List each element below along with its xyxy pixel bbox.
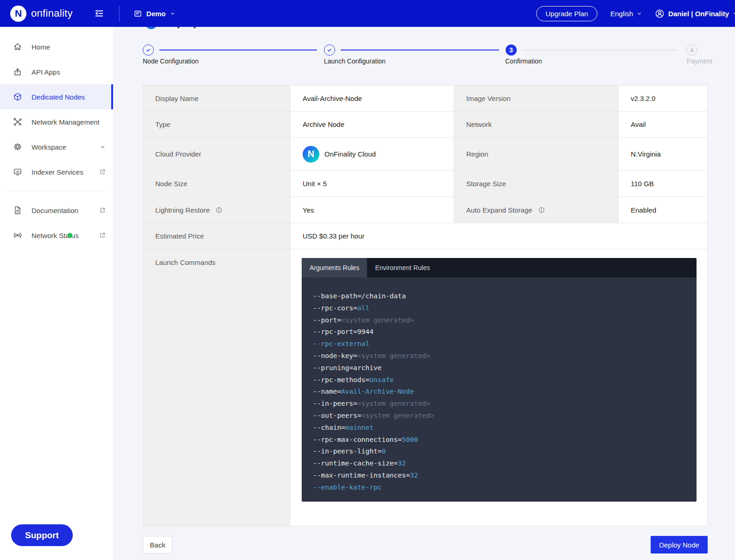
- support-button[interactable]: Support: [11, 524, 73, 546]
- network-icon: [13, 117, 22, 126]
- sidebar-item-network-management[interactable]: Network Management: [0, 109, 113, 134]
- chevron-down-icon: [170, 11, 175, 16]
- sidebar-collapse-icon[interactable]: [94, 8, 104, 19]
- step-2-label: Launch Configuration: [324, 57, 386, 65]
- main-content: Node Configuration Launch Configuration …: [114, 27, 735, 560]
- step-4-label: Payment: [687, 57, 712, 65]
- summary-label-type: Type: [143, 112, 291, 138]
- user-menu[interactable]: Daniel | OnFinality: [655, 9, 735, 19]
- header-divider: [119, 6, 120, 21]
- summary-label-storage-size: Storage Size: [454, 171, 619, 197]
- sidebar-item-label: Network Status: [32, 232, 99, 239]
- summary-value-region: N.Virginia: [619, 138, 707, 171]
- external-link-icon: [99, 169, 106, 175]
- step-connector: [341, 50, 499, 50]
- indexer-icon: [13, 167, 22, 176]
- summary-label-network: Network: [454, 112, 619, 138]
- home-icon: [13, 42, 22, 51]
- sidebar-item-label: Workspace: [32, 143, 100, 151]
- workspace-switcher-icon: [133, 9, 142, 18]
- step-1-label: Node Configuration: [143, 57, 199, 65]
- onfinality-logo-icon: N: [10, 6, 26, 22]
- summary-label-image-version: Image Version: [454, 86, 619, 112]
- tab-environment-rules[interactable]: Environment Rules: [367, 258, 437, 277]
- back-button[interactable]: Back: [143, 536, 172, 554]
- cube-icon: [13, 92, 22, 101]
- info-icon[interactable]: [215, 207, 222, 214]
- summary-value-lightning-restore: Yes: [291, 197, 454, 223]
- page-title-text-clipped: [194, 27, 196, 28]
- upgrade-plan-button[interactable]: Upgrade Plan: [536, 6, 597, 21]
- sidebar-item-label: Dedicated Nodes: [32, 93, 106, 101]
- launch-commands-tabs: Arguments Rules Environment Rules: [302, 258, 697, 277]
- code-lines: --base-path=/chain-data--rpc-cors=all--p…: [302, 277, 697, 502]
- page-title-text-clipped: [177, 27, 179, 28]
- summary-value-display-name: Avail-Archive-Node: [291, 86, 454, 112]
- sidebar: Home API Apps Dedicated Nodes Network Ma…: [0, 27, 114, 560]
- summary-value-storage-size: 110 GB: [619, 171, 707, 197]
- tab-arguments-rules[interactable]: Arguments Rules: [302, 258, 367, 277]
- sidebar-item-label: Indexer Services: [32, 168, 99, 176]
- summary-label-estimated-price: Estimated Price: [143, 223, 291, 249]
- user-menu-label: Daniel | OnFinality: [668, 10, 729, 18]
- step-1-check-icon[interactable]: [143, 44, 154, 56]
- summary-value-image-version: v2.3.2.0: [619, 86, 707, 112]
- external-link-icon: [99, 232, 106, 239]
- external-link-icon: [99, 207, 106, 214]
- summary-label-auto-expand-storage: Auto Expand Storage: [454, 197, 619, 223]
- language-menu-label: English: [610, 10, 633, 18]
- info-icon[interactable]: [538, 207, 545, 214]
- deploy-node-button[interactable]: Deploy Node: [651, 536, 708, 554]
- chevron-down-icon: [733, 11, 735, 16]
- language-menu[interactable]: English: [610, 10, 642, 18]
- summary-value-network: Avail: [619, 112, 707, 138]
- brand-logo[interactable]: N onfinality: [10, 6, 73, 22]
- step-4-number: 4: [686, 44, 697, 56]
- summary-label-lightning-restore: Lightning Restore: [143, 197, 291, 223]
- chevron-down-icon: [100, 144, 106, 150]
- summary-label-display-name: Display Name: [143, 86, 291, 112]
- step-connector: [522, 50, 678, 50]
- broadcast-icon: [13, 231, 22, 240]
- sidebar-item-label: Network Management: [32, 118, 106, 126]
- summary-label-node-size: Node Size: [143, 171, 291, 197]
- brand-name: onfinality: [31, 7, 73, 19]
- lightning-restore-label: Lightning Restore: [155, 206, 210, 214]
- sidebar-item-network-status[interactable]: Network Status: [0, 223, 113, 248]
- summary-label-launch-commands: Launch Commands: [143, 249, 291, 526]
- network-status-dot: [68, 233, 72, 238]
- summary-label-cloud-provider: Cloud Provider: [143, 138, 291, 171]
- summary-value-type: Archive Node: [291, 112, 454, 138]
- auto-expand-storage-label: Auto Expand Storage: [466, 206, 532, 214]
- step-connector: [159, 50, 317, 50]
- sidebar-item-label: API Apps: [32, 68, 106, 76]
- summary-value-estimated-price: USD $0.33 per hour: [291, 223, 707, 249]
- sidebar-item-home[interactable]: Home: [0, 34, 113, 59]
- summary-value-launch-commands: Arguments Rules Environment Rules --base…: [291, 249, 707, 526]
- gear-icon: [13, 142, 22, 151]
- summary-label-region: Region: [454, 138, 619, 171]
- workspace-menu-label: Demo: [146, 10, 166, 18]
- workspace-menu[interactable]: Demo: [133, 9, 175, 18]
- launch-commands-panel: Arguments Rules Environment Rules --base…: [302, 258, 697, 502]
- confirmation-summary-table: Display Name Avail-Archive-Node Image Ve…: [143, 85, 708, 526]
- step-3-number[interactable]: 3: [506, 44, 517, 56]
- avatar-icon: [655, 9, 665, 19]
- top-nav: N onfinality Demo Upgrade Plan English D…: [0, 0, 735, 27]
- onfinality-cloud-logo: N: [303, 146, 319, 163]
- sidebar-divider: [7, 191, 106, 191]
- sidebar-item-indexer-services[interactable]: Indexer Services: [0, 159, 113, 184]
- cloud-provider-name: OnFinality Cloud: [324, 150, 376, 158]
- step-2-check-icon[interactable]: [324, 44, 335, 56]
- api-apps-icon: [13, 67, 22, 76]
- sidebar-item-api-apps[interactable]: API Apps: [0, 59, 113, 84]
- document-icon: [13, 206, 22, 215]
- sidebar-item-dedicated-nodes[interactable]: Dedicated Nodes: [0, 84, 113, 109]
- sidebar-item-label: Documentation: [32, 207, 99, 214]
- sidebar-item-workspace[interactable]: Workspace: [0, 134, 113, 159]
- chevron-down-icon: [637, 11, 642, 16]
- sidebar-item-label: Home: [32, 43, 106, 51]
- summary-value-cloud-provider: N OnFinality Cloud: [291, 138, 454, 171]
- sidebar-item-documentation[interactable]: Documentation: [0, 198, 113, 223]
- summary-value-auto-expand-storage: Enabled: [619, 197, 707, 223]
